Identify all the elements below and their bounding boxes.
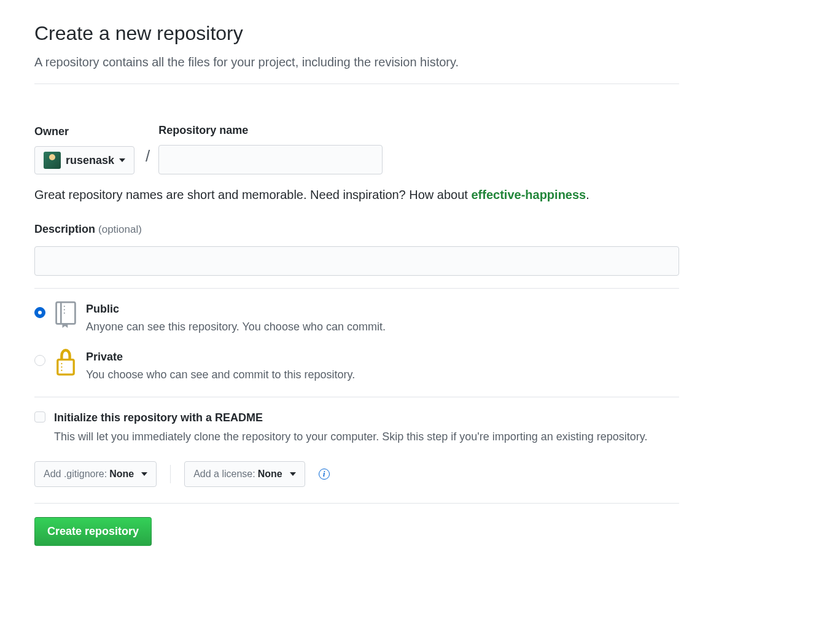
public-desc: Anyone can see this repository. You choo… [86,319,386,335]
owner-username: rusenask [66,152,114,169]
init-readme-desc: This will let you immediately clone the … [54,429,648,445]
repo-name-input[interactable] [158,145,383,174]
private-desc: You choose who can see and commit to thi… [86,367,355,383]
divider [34,288,679,289]
gitignore-select[interactable]: Add .gitignore: None [34,461,157,487]
svg-point-6 [61,363,62,364]
chevron-down-icon [141,472,147,476]
divider [34,84,679,84]
chevron-down-icon [119,158,125,162]
description-input[interactable] [34,246,679,276]
divider [34,397,679,397]
avatar-icon [44,152,61,169]
public-radio[interactable] [34,307,45,318]
svg-point-7 [61,367,62,368]
info-icon[interactable]: i [319,469,330,480]
svg-point-3 [64,309,65,310]
slash-separator: / [142,144,151,174]
repo-icon [54,301,77,328]
svg-rect-5 [58,360,74,375]
page-title: Create a new repository [34,18,679,48]
repo-name-label: Repository name [158,122,383,139]
description-label: Description (optional) [34,221,679,238]
vertical-divider [170,465,171,483]
private-title: Private [86,349,355,365]
page-subtitle: A repository contains all the files for … [34,53,679,71]
svg-rect-0 [56,302,76,324]
owner-label: Owner [34,123,134,140]
inspiration-text: Great repository names are short and mem… [34,185,679,204]
suggestion-link[interactable]: effective-happiness [471,188,586,201]
svg-point-8 [61,370,62,371]
divider [34,503,679,504]
chevron-down-icon [290,472,296,476]
lock-icon [54,349,77,376]
init-readme-title: Initialize this repository with a README [54,410,648,426]
license-select[interactable]: Add a license: None [184,461,305,487]
create-repository-button[interactable]: Create repository [34,517,152,546]
public-title: Public [86,301,386,317]
private-radio[interactable] [34,355,45,366]
init-readme-checkbox[interactable] [34,411,45,423]
svg-point-4 [64,313,65,314]
svg-point-2 [64,306,65,307]
owner-select[interactable]: rusenask [34,146,134,174]
